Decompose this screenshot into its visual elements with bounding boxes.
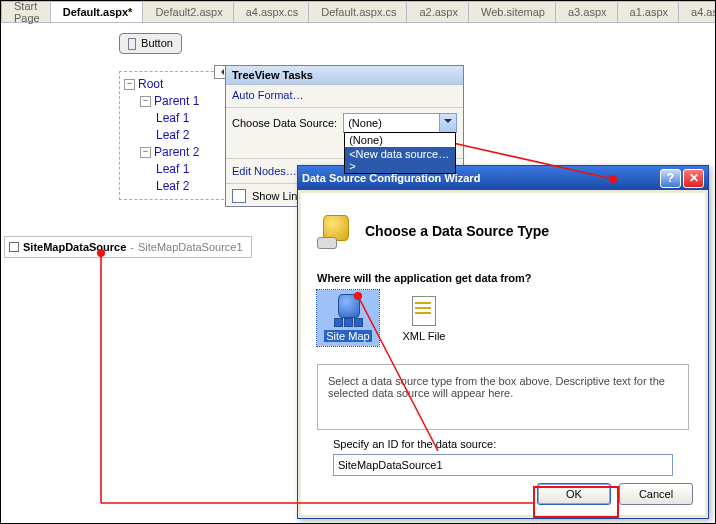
type-xmlfile[interactable]: XML File [393,290,455,346]
choose-datasource-label: Choose Data Source: [232,117,337,129]
dropdown-selected: (None) [348,117,382,129]
tab-a2-aspx[interactable]: a2.aspx [407,1,469,22]
chevron-down-icon[interactable] [439,114,456,132]
tree-node[interactable]: Parent 2 [154,145,199,159]
asp-button-control[interactable]: Button [119,33,182,54]
wizard-banner-icon [317,213,353,249]
tab-a4-aspx[interactable]: a4.aspx [679,1,716,22]
tree-leaf[interactable]: Leaf 2 [156,128,189,142]
tab-start-page[interactable]: Start Page [1,1,51,22]
tasks-header: TreeView Tasks [226,66,463,85]
help-button[interactable]: ? [660,169,681,188]
dropdown-option-new[interactable]: <New data source…> [345,147,455,173]
show-lines-checkbox[interactable] [232,189,246,203]
tab-a1-aspx[interactable]: a1.aspx [618,1,680,22]
auto-format-link[interactable]: Auto Format… [226,85,463,105]
tree-root[interactable]: Root [138,77,163,91]
document-tabstrip: Start Page Default.aspx* Default2.aspx a… [1,1,715,23]
wizard-question: Where will the application get data from… [317,272,689,284]
button-label: Button [141,37,173,49]
type-xmlfile-label: XML File [403,330,446,342]
treeview-control[interactable]: −Root −Parent 1 Leaf 1 Leaf 2 −Parent 2 … [119,71,229,200]
tab-default2-aspx[interactable]: Default2.aspx [143,1,233,22]
dropdown-option-none[interactable]: (None) [345,133,455,147]
wizard-heading: Choose a Data Source Type [365,223,549,239]
tab-default-aspx[interactable]: Default.aspx* [51,1,144,22]
type-sitemap[interactable]: Site Map [317,290,379,346]
tree-leaf[interactable]: Leaf 1 [156,111,189,125]
datasource-dropdown[interactable]: (None) (None) <New data source…> [343,113,457,133]
datasource-id: SiteMapDataSource1 [138,241,243,253]
button-glyph-icon [128,38,136,50]
datasource-sep: - [130,241,134,253]
tree-leaf[interactable]: Leaf 1 [156,162,189,176]
expand-icon[interactable]: − [124,79,135,90]
canvas: Start Page Default.aspx* Default2.aspx a… [0,0,716,524]
cancel-button[interactable]: Cancel [619,483,693,505]
ok-button[interactable]: OK [537,483,611,505]
type-description: Select a data source type from the box a… [317,364,689,430]
type-sitemap-label: Site Map [324,330,371,342]
tab-a4-aspx-cs[interactable]: a4.aspx.cs [234,1,310,22]
close-button[interactable]: ✕ [683,169,704,188]
tab-a3-aspx[interactable]: a3.aspx [556,1,618,22]
dropdown-list: (None) <New data source…> [344,132,456,174]
id-input[interactable] [333,454,673,476]
sitemap-icon [332,294,364,326]
tree-node[interactable]: Parent 1 [154,94,199,108]
tab-default-aspx-cs[interactable]: Default.aspx.cs [309,1,407,22]
sitemap-datasource-control[interactable]: SiteMapDataSource - SiteMapDataSource1 [4,236,252,258]
datasource-wizard-dialog: Data Source Configuration Wizard ? ✕ Cho… [297,165,709,519]
datasource-glyph-icon [9,242,19,252]
expand-icon[interactable]: − [140,96,151,107]
tab-web-sitemap[interactable]: Web.sitemap [469,1,556,22]
datasource-type: SiteMapDataSource [23,241,126,253]
id-label: Specify an ID for the data source: [333,438,673,450]
tree-leaf[interactable]: Leaf 2 [156,179,189,193]
expand-icon[interactable]: − [140,147,151,158]
